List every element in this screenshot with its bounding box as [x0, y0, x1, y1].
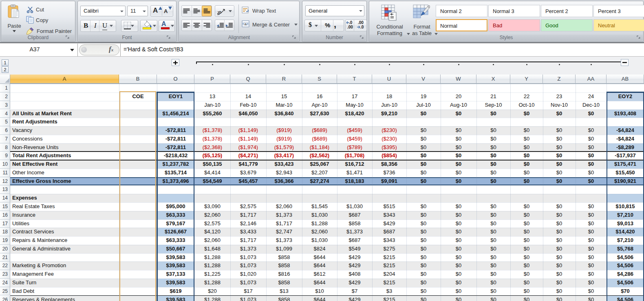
svg-text:a: a: [245, 22, 247, 26]
